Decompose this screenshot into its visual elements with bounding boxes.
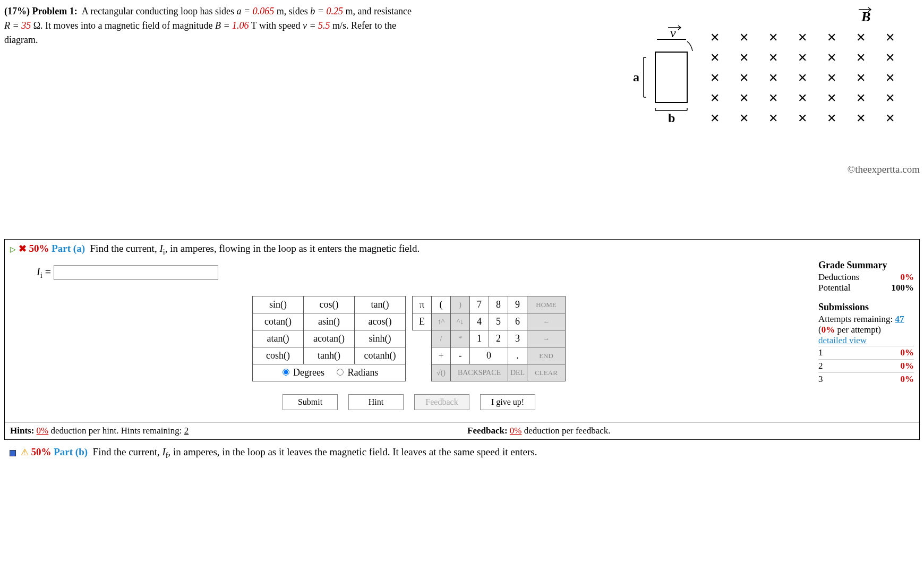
- svg-text:✕: ✕: [827, 71, 836, 84]
- problem-diagram: B v a b ✕✕✕✕✕✕✕: [617, 4, 920, 175]
- key-mul[interactable]: *: [451, 330, 470, 347]
- svg-text:✕: ✕: [856, 91, 866, 105]
- key-4[interactable]: 4: [470, 313, 489, 330]
- key-backspace[interactable]: BACKSPACE: [451, 364, 508, 381]
- svg-text:✕: ✕: [768, 31, 778, 44]
- key-2[interactable]: 2: [489, 330, 508, 347]
- key-1[interactable]: 1: [470, 330, 489, 347]
- submissions-panel: Submissions Attempts remaining: 47 (0% p…: [818, 302, 914, 386]
- key-9[interactable]: 9: [508, 296, 527, 313]
- key-5[interactable]: 5: [489, 313, 508, 330]
- submit-button[interactable]: Submit: [283, 394, 338, 410]
- key-E[interactable]: E: [413, 313, 432, 330]
- svg-text:✕: ✕: [827, 112, 836, 125]
- svg-text:✕: ✕: [798, 31, 807, 44]
- fn-acos[interactable]: acos(): [355, 313, 406, 330]
- key-sqrt[interactable]: √(): [432, 364, 451, 381]
- key-dot[interactable]: .: [508, 347, 527, 364]
- part-b-header: ⚠ 50% Part (b) Find the current, If, in …: [4, 440, 920, 460]
- key-end[interactable]: END: [527, 347, 566, 364]
- svg-text:✕: ✕: [768, 71, 778, 84]
- warning-icon: ⚠: [21, 447, 29, 457]
- key-caret-up[interactable]: ↑^: [432, 313, 451, 330]
- problem-weight: (17%): [4, 6, 30, 16]
- diagram-b-label: b: [668, 111, 675, 125]
- radians-radio[interactable]: Radians: [334, 367, 379, 378]
- key-pi[interactable]: π: [413, 296, 432, 313]
- svg-rect-3: [655, 52, 687, 103]
- problem-title: Problem 1:: [32, 6, 78, 16]
- key-clear[interactable]: CLEAR: [527, 364, 566, 381]
- fn-asin[interactable]: asin(): [304, 313, 355, 330]
- degrees-radio[interactable]: Degrees: [280, 367, 324, 378]
- part-a-box: ▷ ✖ 50% Part (a) Find the current, Ii, i…: [4, 239, 920, 440]
- copyright-text: ©theexpertta.com: [617, 164, 920, 175]
- svg-text:✕: ✕: [798, 112, 807, 125]
- answer-input[interactable]: [54, 265, 218, 280]
- svg-text:✕: ✕: [856, 71, 866, 84]
- svg-text:✕: ✕: [856, 112, 866, 125]
- svg-text:✕: ✕: [739, 31, 749, 44]
- fn-sinh[interactable]: sinh(): [355, 330, 406, 347]
- svg-text:✕: ✕: [827, 51, 836, 64]
- svg-text:✕: ✕: [739, 112, 749, 125]
- fn-atan[interactable]: atan(): [253, 330, 304, 347]
- key-7[interactable]: 7: [470, 296, 489, 313]
- key-div[interactable]: /: [432, 330, 451, 347]
- function-keypad: sin()cos()tan() cotan()asin()acos() atan…: [252, 296, 406, 381]
- svg-text:✕: ✕: [885, 31, 895, 44]
- fn-acotan[interactable]: acotan(): [304, 330, 355, 347]
- svg-text:✕: ✕: [768, 91, 778, 105]
- key-right[interactable]: →: [527, 330, 566, 347]
- hint-button[interactable]: Hint: [348, 394, 404, 410]
- svg-text:✕: ✕: [885, 112, 895, 125]
- square-icon: [10, 450, 16, 456]
- feedback-button[interactable]: Feedback: [414, 394, 469, 410]
- svg-text:✕: ✕: [885, 51, 895, 64]
- key-3[interactable]: 3: [508, 330, 527, 347]
- grade-summary: Grade Summary Deductions0% Potential100%: [818, 260, 914, 293]
- key-minus[interactable]: -: [451, 347, 470, 364]
- key-6[interactable]: 6: [508, 313, 527, 330]
- svg-text:✕: ✕: [768, 51, 778, 64]
- fn-tan[interactable]: tan(): [355, 296, 406, 313]
- svg-text:✕: ✕: [885, 71, 895, 84]
- svg-text:✕: ✕: [856, 51, 866, 64]
- svg-text:✕: ✕: [739, 91, 749, 105]
- problem-statement: (17%) Problem 1: A rectangular conductin…: [4, 4, 617, 53]
- diagram-v-label: v: [670, 26, 676, 40]
- fn-tanh[interactable]: tanh(): [304, 347, 355, 364]
- numeric-keypad: π ( ) 7 8 9 HOME E ↑^ ^↓ 4 5 6: [412, 296, 566, 381]
- svg-text:✕: ✕: [710, 112, 720, 125]
- giveup-button[interactable]: I give up!: [480, 394, 535, 410]
- fn-cosh[interactable]: cosh(): [253, 347, 304, 364]
- svg-text:✕: ✕: [768, 112, 778, 125]
- key-left[interactable]: ←: [527, 313, 566, 330]
- key-caret-down[interactable]: ^↓: [451, 313, 470, 330]
- key-lparen[interactable]: (: [432, 296, 451, 313]
- part-a-header: ▷ ✖ 50% Part (a) Find the current, Ii, i…: [5, 240, 919, 260]
- svg-text:✕: ✕: [710, 51, 720, 64]
- svg-text:✕: ✕: [798, 91, 807, 105]
- svg-text:✕: ✕: [710, 71, 720, 84]
- detailed-view-link[interactable]: detailed view: [818, 335, 914, 346]
- key-plus[interactable]: +: [432, 347, 451, 364]
- expand-icon[interactable]: ▷: [10, 245, 16, 253]
- svg-text:✕: ✕: [798, 51, 807, 64]
- field-crosses: ✕✕✕✕✕✕✕ ✕✕✕✕✕✕✕ ✕✕✕✕✕✕✕ ✕✕✕✕✕✕✕ ✕✕✕✕✕✕✕: [710, 31, 895, 125]
- hints-info: Hints: 0% deduction per hint. Hints rema…: [5, 422, 462, 439]
- fn-sin[interactable]: sin(): [253, 296, 304, 313]
- svg-text:✕: ✕: [739, 51, 749, 64]
- key-0[interactable]: 0: [470, 347, 508, 364]
- close-icon[interactable]: ✖: [19, 243, 27, 254]
- fn-cotan[interactable]: cotan(): [253, 313, 304, 330]
- svg-text:✕: ✕: [739, 71, 749, 84]
- svg-text:✕: ✕: [827, 31, 836, 44]
- fn-cotanh[interactable]: cotanh(): [355, 347, 406, 364]
- fn-cos[interactable]: cos(): [304, 296, 355, 313]
- key-rparen[interactable]: ): [451, 296, 470, 313]
- key-8[interactable]: 8: [489, 296, 508, 313]
- key-home[interactable]: HOME: [527, 296, 566, 313]
- svg-text:✕: ✕: [710, 31, 720, 44]
- key-del[interactable]: DEL: [508, 364, 527, 381]
